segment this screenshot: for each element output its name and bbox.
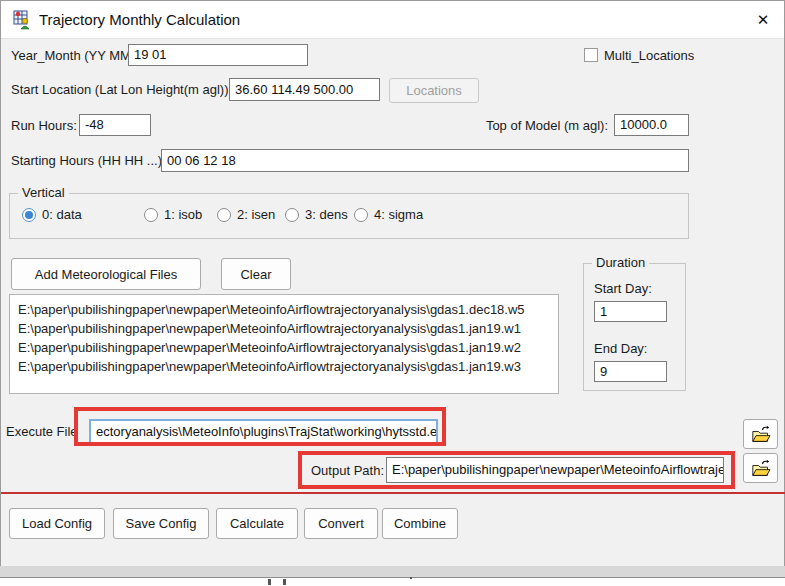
- taskbar-sliver-mark: [268, 579, 271, 585]
- save-config-button[interactable]: Save Config: [113, 508, 209, 539]
- end-day-input[interactable]: 9: [594, 361, 667, 382]
- start-day-label: Start Day:: [594, 281, 652, 296]
- list-item[interactable]: E:\paper\pubilishingpaper\newpaper\Meteo…: [18, 357, 550, 376]
- start-day-input[interactable]: 1: [594, 301, 667, 322]
- end-day-label: End Day:: [594, 341, 647, 356]
- add-met-files-button[interactable]: Add Meteorological Files: [11, 258, 201, 290]
- open-folder-icon: [751, 459, 771, 477]
- clear-button[interactable]: Clear: [221, 258, 291, 290]
- taskbar-sliver-mark: [283, 579, 286, 585]
- app-icon: [13, 10, 33, 30]
- browse-output-button[interactable]: [743, 453, 778, 483]
- start-location-input[interactable]: 36.60 114.49 500.00: [229, 78, 380, 101]
- radio-4-sigma[interactable]: 4: sigma: [354, 207, 423, 222]
- multi-locations-checkbox[interactable]: [584, 48, 598, 62]
- load-config-button[interactable]: Load Config: [9, 508, 105, 539]
- taskbar-sliver-mark: [410, 577, 412, 579]
- execute-file-label: Execute File: [6, 424, 78, 439]
- red-separator-line: [1, 492, 785, 494]
- radio-0-data[interactable]: 0: data: [22, 207, 82, 222]
- radio-2-isen[interactable]: 2: isen: [217, 207, 275, 222]
- top-of-model-label: Top of Model (m agl):: [456, 118, 608, 133]
- browse-execute-button[interactable]: [743, 419, 778, 449]
- list-item[interactable]: E:\paper\pubilishingpaper\newpaper\Meteo…: [18, 338, 550, 357]
- radio-icon: [354, 208, 368, 222]
- radio-icon: [217, 208, 231, 222]
- open-folder-icon: [751, 425, 771, 443]
- close-icon[interactable]: ✕: [750, 8, 776, 32]
- output-path-label: Output Path:: [311, 463, 384, 478]
- year-month-label: Year_Month (YY MM):: [11, 48, 139, 63]
- execute-file-input[interactable]: ectoryanalysis\MeteoInfo\plugins\TrajSta…: [89, 419, 438, 444]
- calculate-button[interactable]: Calculate: [216, 508, 298, 539]
- met-file-list[interactable]: E:\paper\pubilishingpaper\newpaper\Meteo…: [9, 294, 559, 394]
- radio-icon: [144, 208, 158, 222]
- radio-1-isob[interactable]: 1: isob: [144, 207, 202, 222]
- vertical-groupbox: Vertical 0: data 1: isob 2: isen 3: dens…: [9, 193, 689, 239]
- dialog-window: Trajectory Monthly Calculation ✕ Year_Mo…: [0, 0, 785, 566]
- list-item[interactable]: E:\paper\pubilishingpaper\newpaper\Meteo…: [18, 300, 550, 319]
- starting-hours-input[interactable]: 00 06 12 18: [161, 149, 689, 172]
- window-bottom-edge: [0, 566, 785, 578]
- locations-button[interactable]: Locations: [389, 78, 479, 103]
- starting-hours-label: Starting Hours (HH HH ...):: [11, 153, 166, 168]
- run-hours-label: Run Hours:: [11, 118, 77, 133]
- radio-3-dens[interactable]: 3: dens: [285, 207, 348, 222]
- duration-legend: Duration: [592, 255, 649, 270]
- multi-locations-label: Multi_Locations: [604, 48, 694, 63]
- year-month-input[interactable]: 19 01: [128, 44, 308, 66]
- run-hours-input[interactable]: -48: [79, 114, 151, 136]
- screenshot-root: Trajectory Monthly Calculation ✕ Year_Mo…: [0, 0, 785, 586]
- output-path-input[interactable]: E:\paper\pubilishingpaper\newpaper\Meteo…: [386, 457, 724, 483]
- duration-groupbox: Duration Start Day: 1 End Day: 9: [583, 263, 686, 391]
- convert-button[interactable]: Convert: [304, 508, 378, 539]
- combine-button[interactable]: Combine: [382, 508, 458, 539]
- start-location-label: Start Location (Lat Lon Height(m agl)):: [11, 82, 232, 97]
- radio-icon: [285, 208, 299, 222]
- top-of-model-input[interactable]: 10000.0: [614, 114, 689, 136]
- vertical-legend: Vertical: [18, 185, 69, 200]
- list-item[interactable]: E:\paper\pubilishingpaper\newpaper\Meteo…: [18, 319, 550, 338]
- window-title: Trajectory Monthly Calculation: [39, 11, 240, 28]
- title-bar: Trajectory Monthly Calculation ✕: [1, 1, 784, 39]
- radio-selected-icon: [22, 208, 36, 222]
